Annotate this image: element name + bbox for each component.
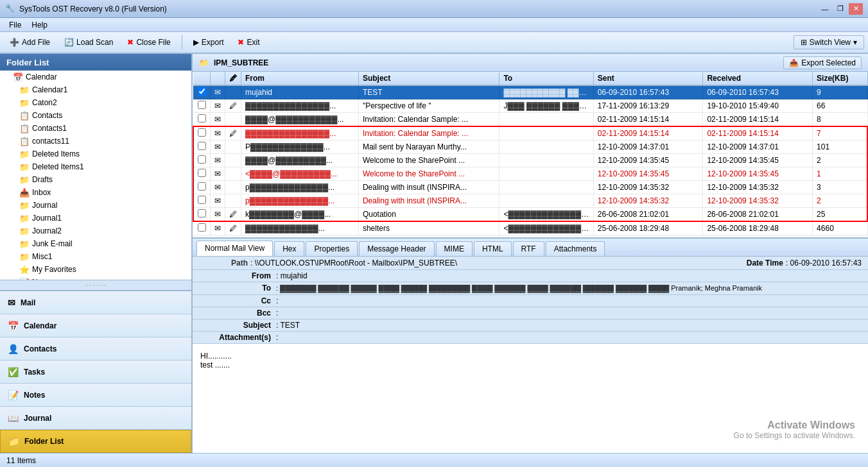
folder-item[interactable]: 📅Calendar — [0, 71, 191, 83]
folder-item[interactable]: 📁Calendar1 — [0, 83, 191, 96]
tab-normal-mail-view[interactable]: Normal Mail View — [196, 241, 273, 256]
folder-item[interactable]: 📁Journal1 — [0, 212, 191, 225]
nav-icon: 📖 — [8, 413, 19, 423]
folder-item[interactable]: 📁Journal2 — [0, 225, 191, 237]
nav-item-mail[interactable]: ✉Mail — [0, 291, 191, 314]
col-size[interactable]: Size(KB) — [813, 72, 867, 85]
table-row[interactable]: ✉ 🖉 ▓▓▓▓▓▓▓▓▓▓▓▓▓... shelters <▓▓▓▓▓▓▓▓▓… — [193, 221, 867, 235]
restore-button[interactable]: ❐ — [833, 3, 847, 15]
tab-message-header[interactable]: Message Header — [359, 241, 434, 256]
table-row[interactable]: ✉ 🖉 k▓▓▓▓▓▓▓▓@▓▓▓▓... Quotation <▓▓▓▓▓▓▓… — [193, 208, 867, 222]
folder-item[interactable]: 📁Journal — [0, 199, 191, 212]
body-line-1: HI........... — [200, 352, 860, 361]
col-to[interactable]: To — [499, 72, 593, 85]
folder-name: Contacts — [32, 111, 62, 120]
bcc-label: Bcc — [199, 309, 276, 318]
menu-file[interactable]: File — [4, 19, 26, 31]
row-type-icon: ✉ — [211, 154, 225, 167]
to-label: To — [199, 284, 276, 293]
add-file-button[interactable]: ➕ Add File — [4, 35, 56, 49]
menu-help[interactable]: Help — [26, 19, 53, 31]
row-checkbox[interactable] — [193, 181, 211, 194]
table-row[interactable]: ✉ p▓▓▓▓▓▓▓▓▓▓▓▓▓▓... Dealing with insult… — [193, 181, 867, 194]
folder-item[interactable]: 📝Notes — [0, 276, 191, 280]
toolbar-separator-1 — [182, 35, 182, 49]
close-file-button[interactable]: ✖ Close File — [121, 35, 176, 49]
row-received: 06-09-2010 16:57:43 — [703, 85, 813, 99]
minimize-button[interactable]: — — [818, 3, 832, 15]
nav-item-journal[interactable]: 📖Journal — [0, 407, 191, 430]
tab-attachments[interactable]: Attachments — [546, 241, 605, 256]
row-checkbox[interactable] — [193, 194, 211, 208]
row-checkbox[interactable] — [193, 126, 211, 140]
close-button[interactable]: ✕ — [849, 3, 863, 15]
row-from: ▓▓▓▓@▓▓▓▓▓▓▓▓▓... — [241, 154, 359, 167]
nav-item-contacts[interactable]: 👤Contacts — [0, 337, 191, 361]
switch-view-button[interactable]: ⊞ Switch View ▾ — [794, 35, 864, 49]
folder-item[interactable]: ⭐My Favorites — [0, 263, 191, 276]
exit-icon: ✖ — [238, 38, 244, 47]
nav-item-tasks[interactable]: ✅Tasks — [0, 361, 191, 384]
folder-item[interactable]: 📁Junk E-mail — [0, 237, 191, 250]
nav-item-calendar[interactable]: 📅Calendar — [0, 314, 191, 337]
from-value: : mujahid — [276, 271, 308, 280]
col-received[interactable]: Received — [703, 72, 813, 85]
folder-name: contacts11 — [32, 137, 69, 146]
app-icon: 🔧 — [5, 4, 15, 14]
row-checkbox[interactable] — [193, 85, 211, 99]
row-checkbox[interactable] — [193, 113, 211, 127]
folder-item[interactable]: 📋contacts11 — [0, 135, 191, 148]
col-subject[interactable]: Subject — [358, 72, 499, 85]
row-checkbox[interactable] — [193, 99, 211, 113]
table-row[interactable]: ✉ 🖉 ▓▓▓▓▓▓▓▓▓▓▓▓▓▓▓... Invitation: Calen… — [193, 126, 867, 140]
table-row[interactable]: ✉ ▓▓▓▓@▓▓▓▓▓▓▓▓▓▓▓... Invitation: Calend… — [193, 113, 867, 127]
table-row[interactable]: ✉ ▓▓▓▓@▓▓▓▓▓▓▓▓▓... Welcome to the Share… — [193, 154, 867, 167]
table-row[interactable]: ✉ P▓▓▓▓▓▓▓▓▓▓▓▓▓... Mail sent by Narayan… — [193, 140, 867, 154]
table-row[interactable]: ✉ <▓▓▓▓@▓▓▓▓▓▓▓▓▓... Welcome to the Shar… — [193, 167, 867, 181]
row-checkbox[interactable] — [193, 208, 211, 222]
tab-mime[interactable]: MIME — [436, 241, 473, 256]
nav-label: Folder List — [24, 437, 64, 446]
table-row[interactable]: ✉ p▓▓▓▓▓▓▓▓▓▓▓▓▓▓... Dealing with insult… — [193, 194, 867, 208]
row-checkbox[interactable] — [193, 154, 211, 167]
load-scan-button[interactable]: 🔄 Load Scan — [58, 35, 119, 49]
email-table-container[interactable]: 🖉 From Subject To Sent Received Size(KB)… — [193, 72, 868, 239]
row-to: <▓▓▓▓▓▓▓▓▓▓▓▓▓▓▓ an... — [499, 208, 593, 222]
tab-rtf[interactable]: RTF — [513, 241, 544, 256]
row-from: mujahid — [241, 85, 359, 99]
row-sent: 25-06-2008 18:29:48 — [593, 221, 703, 235]
folder-item[interactable]: 📁Caton2 — [0, 96, 191, 109]
row-checkbox[interactable] — [193, 140, 211, 154]
cc-value: : — [276, 296, 278, 305]
exit-button[interactable]: ✖ Exit — [232, 35, 265, 49]
row-from: ▓▓▓▓@▓▓▓▓▓▓▓▓▓▓▓... — [241, 113, 359, 127]
row-checkbox[interactable] — [193, 167, 211, 181]
col-from[interactable]: From — [241, 72, 359, 85]
folder-item[interactable]: 📁Drafts — [0, 173, 191, 186]
row-subject: Dealing with insult (INSPIRA... — [358, 181, 499, 194]
folder-icon: 📥 — [19, 188, 30, 198]
table-row[interactable]: ✉ 🖉 ▓▓▓▓▓▓▓▓▓▓▓▓▓▓▓... "Perspective of l… — [193, 99, 867, 113]
folder-item[interactable]: 📋Contacts1 — [0, 122, 191, 135]
tab-html[interactable]: HTML — [474, 241, 512, 256]
nav-item-folder-list[interactable]: 📁Folder List — [0, 430, 191, 453]
row-to — [499, 113, 593, 127]
export-selected-button[interactable]: 📤 Export Selected — [783, 56, 862, 69]
nav-label: Tasks — [24, 368, 45, 377]
folder-item[interactable]: 📋Contacts — [0, 109, 191, 122]
col-sent[interactable]: Sent — [593, 72, 703, 85]
table-row[interactable]: ✉ mujahid TEST ▓▓▓▓▓▓▓▓▓▓▓ ▓▓▓▓▓▓ ▓... 0… — [193, 85, 867, 99]
nav-item-notes[interactable]: 📝Notes — [0, 384, 191, 407]
row-type-icon: ✉ — [211, 221, 225, 235]
to-value: : ▓▓▓▓▓▓▓ ▓▓▓▓▓▓ ▓▓▓▓▓ ▓▓▓▓ ▓▓▓▓▓ ▓▓▓▓▓▓… — [276, 284, 862, 293]
tab-properties[interactable]: Properties — [306, 241, 358, 256]
export-button[interactable]: ▶ Export — [187, 35, 230, 49]
row-checkbox[interactable] — [193, 221, 211, 235]
window-controls: — ❐ ✕ — [818, 3, 863, 15]
row-received: 12-10-2009 14:35:32 — [703, 194, 813, 208]
folder-item[interactable]: 📁Deleted Items1 — [0, 160, 191, 173]
tab-hex[interactable]: Hex — [274, 241, 304, 256]
folder-item[interactable]: 📁Misc1 — [0, 250, 191, 263]
folder-item[interactable]: 📁Deleted Items — [0, 148, 191, 160]
folder-item[interactable]: 📥Inbox — [0, 186, 191, 199]
